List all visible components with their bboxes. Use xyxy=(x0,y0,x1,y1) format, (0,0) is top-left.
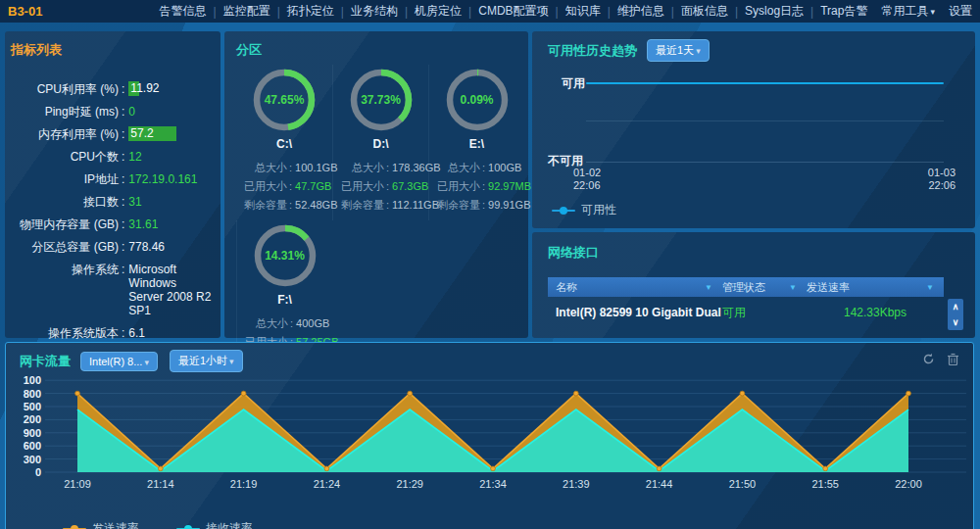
metric-row: CPU个数:12 xyxy=(11,150,213,164)
nav-item-10[interactable]: Trap告警 xyxy=(820,3,867,20)
nav-separator: | xyxy=(405,5,408,19)
table-scrollbar: ∧ ∨ xyxy=(948,299,963,330)
metric-value: 778.46 xyxy=(128,240,213,254)
svg-text:200: 200 xyxy=(24,413,41,425)
availability-axis-line xyxy=(586,162,944,163)
partition-donut-chart: 14.31% xyxy=(254,224,317,287)
partition-card: 0.09% E:\ 总大小:100GB 已用大小:92.97MB 剩余容量:99… xyxy=(428,65,524,220)
metric-row: Ping时延 (ms):0 xyxy=(11,105,213,119)
column-header-rate[interactable]: 发送速率▼ xyxy=(807,280,944,295)
availability-gridline xyxy=(586,120,944,121)
sort-down-icon: ▼ xyxy=(789,283,797,292)
nav-item-tools[interactable]: 常用工具▾ xyxy=(881,3,935,20)
delete-icon[interactable] xyxy=(947,352,959,369)
partition-name: C:\ xyxy=(236,137,332,151)
metric-label: 物理内存容量 (GB) xyxy=(11,217,119,231)
partition-percent: 37.73% xyxy=(350,69,413,131)
metric-colon: : xyxy=(122,82,124,96)
nav-item-9[interactable]: Syslog日志 xyxy=(745,3,804,20)
nav-item-2[interactable]: 拓扑定位 xyxy=(287,3,334,20)
partition-free: 52.48GB xyxy=(295,196,337,215)
nav-item-7[interactable]: 维护信息 xyxy=(617,3,664,20)
partition-stats: 总大小:100.1GB 已用大小:47.7GB 剩余容量:52.48GB xyxy=(236,159,332,215)
metric-label: Ping时延 (ms) xyxy=(11,105,119,119)
scroll-down-button[interactable]: ∨ xyxy=(948,314,963,330)
nav-separator: | xyxy=(810,5,813,19)
metric-row: 接口数:31 xyxy=(11,195,213,209)
svg-text:21:29: 21:29 xyxy=(396,478,423,490)
metric-row: IP地址:172.19.0.161 xyxy=(11,172,213,186)
scroll-up-button[interactable]: ∧ xyxy=(948,299,963,314)
partition-donut-chart: 47.65% xyxy=(253,69,316,131)
legend-item-recv[interactable]: 接收速率 xyxy=(176,520,253,529)
metric-value: 12 xyxy=(128,150,213,164)
metric-label: 操作系统版本 xyxy=(11,326,119,340)
traffic-panel: 网卡流量 Intel(R) 8...▾ 最近1小时▾ 0300600900200… xyxy=(5,342,974,529)
traffic-device-select[interactable]: Intel(R) 8...▾ xyxy=(80,352,158,371)
nav-item-settings[interactable]: 设置 xyxy=(949,3,972,20)
nav-item-6[interactable]: 知识库 xyxy=(565,3,601,20)
metric-row: CPU利用率 (%):11.92 xyxy=(11,82,213,96)
nav-item-8[interactable]: 面板信息 xyxy=(681,3,728,20)
network-table-header: 名称▼ 管理状态▼ 发送速率▼ xyxy=(548,277,944,297)
metric-label: 内存利用率 (%) xyxy=(11,127,119,141)
metric-progress-bar: 11.92 xyxy=(128,81,213,96)
partition-used: 92.97MB xyxy=(488,177,531,196)
column-header-name[interactable]: 名称▼ xyxy=(548,280,722,295)
interface-rate: 142.33Kbps xyxy=(807,306,944,319)
nav-item-0[interactable]: 告警信息 xyxy=(160,3,207,20)
availability-legend-item[interactable]: 可用性 xyxy=(552,202,616,218)
svg-text:500: 500 xyxy=(24,401,41,412)
availability-panel: 可用性历史趋势 最近1天▾ 可用 不可用 01-0222:06 01-0322:… xyxy=(532,31,975,228)
nav-item-1[interactable]: 监控配置 xyxy=(223,3,270,20)
nav-item-4[interactable]: 机房定位 xyxy=(415,3,462,20)
svg-text:21:34: 21:34 xyxy=(479,478,507,490)
legend-dot-icon xyxy=(184,525,192,529)
metrics-panel-title: 指标列表 xyxy=(11,41,213,59)
metric-colon: : xyxy=(122,150,124,164)
legend-item-send[interactable]: 发送速率 xyxy=(63,520,139,529)
availability-range-button[interactable]: 最近1天▾ xyxy=(647,39,710,62)
caret-down-icon: ▾ xyxy=(229,357,234,366)
availability-x-start: 01-0222:06 xyxy=(573,167,601,192)
metric-colon: : xyxy=(122,105,124,119)
metric-label: CPU个数 xyxy=(11,150,119,164)
column-header-status[interactable]: 管理状态▼ xyxy=(722,280,807,295)
metric-colon: : xyxy=(122,240,124,254)
partitions-panel-title: 分区 xyxy=(236,41,524,59)
metric-value: Microsoft Windows Server 2008 R2 SP1 xyxy=(128,263,213,317)
partition-total: 400GB xyxy=(296,314,329,333)
traffic-chart: 030060090020050080010021:0921:1421:1921:… xyxy=(6,370,973,498)
traffic-legend: 发送速率 接收速率 xyxy=(63,520,290,529)
metric-value: 172.19.0.161 xyxy=(128,172,213,186)
caret-down-icon: ▾ xyxy=(696,46,701,56)
nav-item-3[interactable]: 业务结构 xyxy=(351,3,398,20)
nav-separator: | xyxy=(608,5,611,19)
metric-value: 0 xyxy=(128,105,213,119)
refresh-icon[interactable] xyxy=(922,352,935,369)
metric-colon: : xyxy=(122,172,124,186)
svg-text:100: 100 xyxy=(24,374,41,386)
traffic-range-select[interactable]: 最近1小时▾ xyxy=(170,350,243,372)
nav-item-5[interactable]: CMDB配置项 xyxy=(478,3,548,20)
metric-progress-bar: 57.2 xyxy=(128,126,213,141)
availability-line xyxy=(586,82,944,84)
partition-total: 100GB xyxy=(488,159,521,177)
network-table-row[interactable]: Intel(R) 82599 10 Gigabit Dual Port Netw… xyxy=(548,297,944,328)
svg-text:21:14: 21:14 xyxy=(147,478,174,490)
svg-text:21:50: 21:50 xyxy=(729,478,757,490)
interface-status: 可用 xyxy=(722,305,807,321)
legend-dot-icon xyxy=(560,207,567,215)
metric-value: 6.1 xyxy=(128,326,213,340)
traffic-panel-title: 网卡流量 xyxy=(20,353,71,370)
legend-dot-icon xyxy=(71,525,78,529)
svg-text:800: 800 xyxy=(24,388,41,400)
partition-percent: 14.31% xyxy=(254,224,317,287)
caret-down-icon: ▾ xyxy=(144,358,149,367)
network-panel: 网络接口 名称▼ 管理状态▼ 发送速率▼ Intel(R) 82599 10 G… xyxy=(532,232,975,338)
network-panel-title: 网络接口 xyxy=(548,244,599,262)
partition-free: 99.91GB xyxy=(488,196,530,215)
metric-row: 操作系统:Microsoft Windows Server 2008 R2 SP… xyxy=(11,263,213,317)
partition-donut-chart: 37.73% xyxy=(350,69,413,131)
sort-down-icon: ▼ xyxy=(926,283,934,292)
